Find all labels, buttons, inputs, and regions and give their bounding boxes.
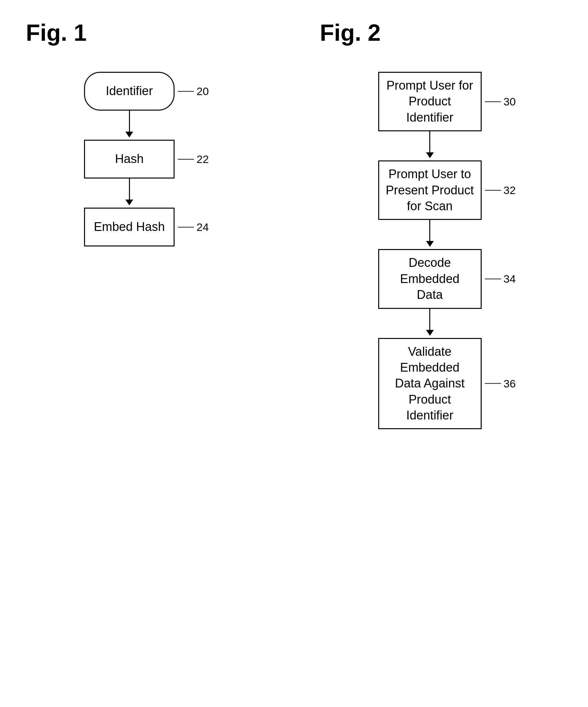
decode-label: Decode Embedded Data [386, 255, 474, 303]
decode-ref-line [485, 278, 501, 279]
prompt-identifier-label: Prompt User for Product Identifier [386, 78, 474, 126]
page-container: Fig. 1 Identifier 20 Hash [0, 0, 588, 707]
arrow-2 [126, 178, 133, 208]
prompt-scan-wrapper: Prompt User to Present Product for Scan … [378, 160, 482, 220]
prompt-scan-ref-num: 32 [504, 184, 516, 197]
decode-ref: 34 [485, 273, 516, 285]
arrow-1-head [126, 132, 133, 137]
hash-wrapper: Hash 22 [84, 140, 175, 178]
decode-box: Decode Embedded Data [378, 249, 482, 308]
decode-wrapper: Decode Embedded Data 34 [378, 249, 482, 308]
embed-hash-ref: 24 [178, 221, 209, 234]
decode-ref-num: 34 [504, 273, 516, 285]
identifier-box: Identifier [84, 72, 175, 111]
fig2-section: Fig. 2 Prompt User for Product Identifie… [294, 0, 588, 707]
arrow-5-line [429, 309, 430, 330]
arrow-1-line [129, 111, 130, 132]
hash-ref-line [178, 159, 194, 160]
validate-wrapper: Validate Embedded Data Against Product I… [378, 338, 482, 430]
hash-ref: 22 [178, 153, 209, 166]
identifier-ref-num: 20 [197, 85, 209, 98]
fig1-flowchart: Identifier 20 Hash 22 [45, 72, 213, 246]
prompt-scan-box: Prompt User to Present Product for Scan [378, 160, 482, 220]
prompt-scan-label: Prompt User to Present Product for Scan [386, 166, 474, 214]
hash-label: Hash [115, 151, 144, 167]
prompt-identifier-ref-num: 30 [504, 95, 516, 108]
arrow-2-line [129, 178, 130, 200]
prompt-identifier-wrapper: Prompt User for Product Identifier 30 [378, 72, 482, 131]
identifier-label: Identifier [106, 83, 153, 99]
identifier-ref-line [178, 91, 194, 92]
arrow-3 [426, 131, 434, 160]
arrow-3-head [426, 152, 434, 158]
arrow-3-line [429, 131, 430, 152]
validate-ref-num: 36 [504, 377, 516, 390]
embed-hash-ref-line [178, 227, 194, 227]
validate-ref: 36 [485, 377, 516, 390]
fig2-title: Fig. 2 [320, 20, 381, 46]
embed-hash-box: Embed Hash [84, 208, 175, 246]
validate-ref-line [485, 383, 501, 384]
fig1-section: Fig. 1 Identifier 20 Hash [0, 0, 294, 707]
fig2-flowchart: Prompt User for Product Identifier 30 Pr… [333, 72, 527, 429]
identifier-wrapper: Identifier 20 [84, 72, 175, 111]
prompt-identifier-box: Prompt User for Product Identifier [378, 72, 482, 131]
prompt-identifier-ref-line [485, 101, 501, 102]
embed-hash-label: Embed Hash [94, 219, 165, 235]
validate-box: Validate Embedded Data Against Product I… [378, 338, 482, 430]
fig1-title: Fig. 1 [26, 20, 87, 46]
arrow-5 [426, 309, 434, 338]
arrow-4-head [426, 241, 434, 247]
prompt-identifier-ref: 30 [485, 95, 516, 108]
arrow-4-line [429, 220, 430, 241]
identifier-ref: 20 [178, 85, 209, 98]
hash-box: Hash [84, 140, 175, 178]
prompt-scan-ref-line [485, 190, 501, 191]
hash-ref-num: 22 [197, 153, 209, 166]
validate-label: Validate Embedded Data Against Product I… [386, 344, 474, 424]
prompt-scan-ref: 32 [485, 184, 516, 197]
arrow-1 [126, 111, 133, 140]
arrow-2-head [126, 200, 133, 205]
arrow-5-head [426, 330, 434, 336]
embed-hash-ref-num: 24 [197, 221, 209, 234]
arrow-4 [426, 220, 434, 249]
embed-hash-wrapper: Embed Hash 24 [84, 208, 175, 246]
